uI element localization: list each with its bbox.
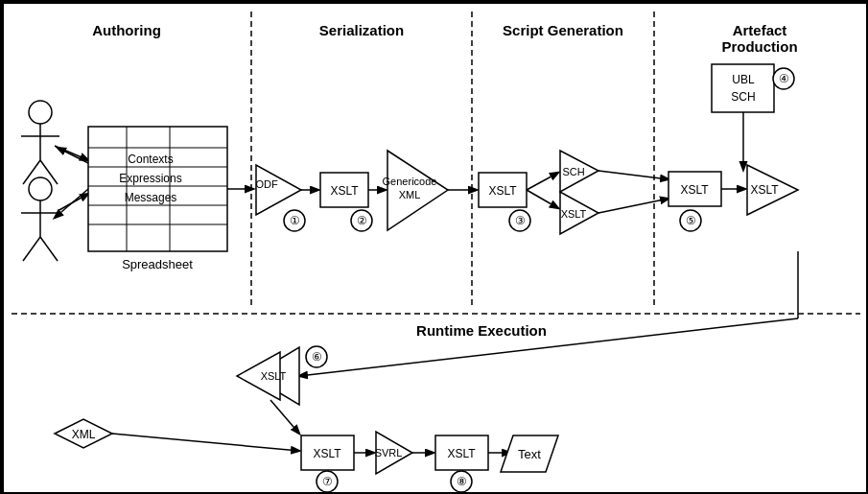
diagram-container: Authoring Serialization Script Generatio… [0, 0, 868, 494]
svg-line-37 [527, 173, 558, 190]
label-spreadsheet: Spreadsheet [122, 257, 193, 271]
svg-line-16 [58, 148, 88, 163]
svg-line-39 [527, 190, 558, 208]
svg-line-42 [598, 199, 669, 213]
label-xslt-8: XSLT [447, 447, 476, 460]
label-num-5: ⑤ [686, 214, 696, 227]
label-num-4: ④ [779, 72, 789, 85]
section-serialization: Serialization [319, 22, 404, 38]
section-artefact-production-2: Production [721, 38, 797, 55]
section-script-generation: Script Generation [503, 22, 623, 38]
label-num-1: ① [290, 214, 300, 227]
svg-line-17 [58, 194, 88, 211]
svg-line-55 [270, 400, 299, 434]
section-runtime: Runtime Execution [416, 322, 547, 339]
svg-line-57 [112, 434, 299, 451]
svg-line-51 [299, 318, 798, 376]
svg-marker-27 [256, 165, 301, 215]
label-ubl: UBL [732, 73, 755, 86]
label-xslt-1: XSLT [330, 184, 359, 198]
label-sch-top: SCH [562, 166, 584, 177]
svg-point-9 [29, 177, 52, 200]
svg-line-41 [598, 171, 669, 179]
svg-line-14 [55, 146, 88, 160]
svg-line-12 [23, 237, 40, 261]
label-messages: Messages [125, 191, 177, 204]
label-xslt-final: XSLT [750, 183, 779, 197]
label-contexts: Contexts [128, 153, 173, 166]
architecture-diagram: Authoring Serialization Script Generatio… [2, 2, 868, 494]
label-xslt-7: XSLT [313, 447, 341, 460]
section-authoring: Authoring [92, 22, 161, 38]
label-xslt-2: XSLT [488, 184, 517, 198]
label-odf: ODF [255, 178, 278, 190]
svg-point-4 [29, 101, 52, 124]
label-num-2: ② [357, 214, 367, 227]
label-num-8: ⑧ [457, 475, 467, 488]
label-xslt-stacked: XSLT [261, 370, 287, 382]
label-num-3: ③ [515, 214, 526, 227]
svg-line-13 [40, 237, 58, 261]
label-xslt-3: XSLT [680, 183, 709, 197]
label-num-6: ⑥ [312, 350, 322, 364]
label-xslt-bottom-tri: XSLT [561, 208, 587, 220]
svg-rect-18 [88, 127, 227, 251]
label-sch-box: SCH [731, 90, 755, 104]
label-xml: XML [72, 428, 96, 441]
label-num-7: ⑦ [322, 475, 333, 488]
section-artefact-production: Artefact [733, 22, 787, 38]
label-svrl: SVRL [375, 447, 403, 459]
label-genericode-2: XML [399, 189, 421, 200]
label-text: Text [518, 447, 541, 461]
label-genericode-1: Genericode [383, 176, 437, 187]
label-expressions: Expressions [119, 172, 181, 185]
svg-rect-43 [712, 64, 774, 112]
